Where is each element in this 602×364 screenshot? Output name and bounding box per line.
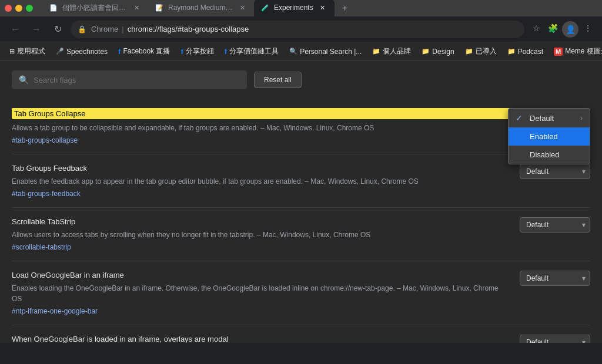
address-bar[interactable]: 🔒 Chrome | chrome://flags/#tab-groups-co… — [71, 21, 524, 38]
profile-button[interactable]: 👤 — [562, 21, 578, 38]
flag-info-ntp-iframe: Load OneGoogleBar in an iframe Enables l… — [12, 271, 508, 315]
flag-info-tab-groups-feedback: Tab Groups Feedback Enables the feedback… — [12, 164, 508, 198]
personal-search-icon: 🔍 — [289, 48, 297, 55]
check-default: ✓ — [516, 113, 525, 123]
bookmark-meme-label: Meme 梗圖倉庫 — [565, 46, 602, 56]
bookmark-apps-label: 應用程式 — [17, 46, 45, 56]
bookmark-facebook[interactable]: f Facebook 直播 — [113, 45, 175, 59]
flag-control-tab-groups-feedback[interactable]: Default Enabled Disabled ▾ — [520, 164, 590, 179]
navbar: ← → ↻ 🔒 Chrome | chrome://flags/#tab-gro… — [0, 16, 602, 42]
flag-ntp-iframe-one-google-bar: Load OneGoogleBar in an iframe Enables l… — [12, 261, 590, 325]
flag-info-scrollable-tabstrip: Scrollable TabStrip Allows users to acce… — [12, 217, 508, 251]
bookmark-share-tool-label: 分享價值鏈工具 — [229, 46, 279, 56]
forward-button[interactable]: → — [28, 21, 45, 38]
bookmark-podcast-label: Podcast — [518, 48, 543, 56]
search-input-wrap[interactable]: 🔍 — [12, 70, 247, 89]
lock-icon: 🔒 — [78, 25, 86, 33]
imported-icon: 📁 — [465, 48, 473, 55]
flag-link-tab-groups-feedback[interactable]: #tab-groups-feedback — [12, 190, 81, 198]
podcast-icon: 📁 — [507, 48, 516, 55]
search-icon: 🔍 — [19, 75, 29, 85]
flag-select-scrollable-tabstrip[interactable]: Default Enabled Disabled — [520, 217, 590, 232]
dropdown-label-default: Default — [530, 114, 554, 123]
bookmark-button[interactable]: ☆ — [529, 21, 543, 35]
reset-all-button[interactable]: Reset all — [254, 72, 302, 88]
tab-3[interactable]: 🧪 Experiments ✕ — [254, 0, 335, 16]
flag-info-ntp-modal: When OneGoogleBar is loaded in an iframe… — [12, 335, 508, 343]
flag-select-ntp-modal[interactable]: Default Enabled Disabled — [520, 335, 590, 343]
tab-3-favicon: 🧪 — [261, 4, 269, 12]
flag-name-ntp-modal: When OneGoogleBar is loaded in an iframe… — [12, 335, 508, 343]
bookmark-brand[interactable]: 📁 個人品牌 — [367, 45, 416, 59]
search-bar-area: 🔍 Reset all — [0, 61, 602, 99]
bookmark-share-btn[interactable]: f 分享按鈕 — [176, 45, 218, 59]
flag-select-ntp-iframe[interactable]: Default Enabled Disabled — [520, 271, 590, 286]
flag-link-tab-groups-collapse[interactable]: #tab-groups-collapse — [12, 136, 78, 144]
bookmark-speechnotes-label: Speechnotes — [66, 48, 108, 56]
flag-name-scrollable-tabstrip: Scrollable TabStrip — [12, 217, 508, 226]
titlebar: 📄 個體小怒讀書會回饋建議 ✕ 📝 Raymond Medium 大圖製作 ke… — [0, 0, 602, 16]
bookmark-design-label: Design — [432, 48, 454, 56]
bookmark-brand-label: 個人品牌 — [383, 46, 411, 56]
dropdown-label-enabled: Enabled — [530, 132, 558, 141]
maximize-button[interactable] — [26, 5, 33, 12]
flag-select-tab-groups-feedback[interactable]: Default Enabled Disabled — [520, 164, 590, 179]
flag-tab-groups-feedback: Tab Groups Feedback Enables the feedback… — [12, 154, 590, 208]
tab-2[interactable]: 📝 Raymond Medium 大圖製作 ke... ✕ — [148, 0, 254, 16]
design-icon: 📁 — [422, 48, 430, 55]
facebook-icon: f — [118, 47, 121, 56]
bookmark-share-tool[interactable]: f 分享價值鏈工具 — [220, 45, 283, 59]
bookmark-speechnotes[interactable]: 🎤 Speechnotes — [51, 45, 112, 59]
flag-link-scrollable-tabstrip[interactable]: #scrollable-tabstrip — [12, 243, 71, 251]
flag-desc-tab-groups-collapse: Allows a tab group to be collapsible and… — [12, 123, 578, 133]
bookmark-meme[interactable]: M Meme 梗圖倉庫 — [549, 45, 602, 59]
new-tab-button[interactable]: + — [337, 0, 353, 16]
bookmark-personal-search-label: Personal Search |... — [300, 48, 362, 56]
flag-control-ntp-modal[interactable]: Default Enabled Disabled ▾ — [520, 335, 590, 343]
nav-actions: ☆ 🧩 👤 ⋮ — [529, 21, 595, 38]
tab-1-close[interactable]: ✕ — [132, 3, 141, 12]
flag-desc-ntp-iframe: Enables loading the OneGoogleBar in an i… — [12, 283, 508, 304]
tab-1[interactable]: 📄 個體小怒讀書會回饋建議 ✕ — [42, 0, 148, 16]
flags-list: Tab Groups Collapse Allows a tab group t… — [0, 99, 602, 343]
tab-2-label: Raymond Medium 大圖製作 ke... — [168, 3, 233, 13]
bookmark-design[interactable]: 📁 Design — [417, 45, 459, 59]
search-input[interactable] — [34, 76, 240, 85]
flag-control-scrollable-tabstrip[interactable]: Default Enabled Disabled ▾ — [520, 217, 590, 232]
address-brand: Chrome — [91, 25, 118, 33]
reload-button[interactable]: ↻ — [49, 21, 66, 38]
extensions-button[interactable]: 🧩 — [546, 21, 560, 35]
tab-1-label: 個體小怒讀書會回饋建議 — [62, 3, 127, 13]
tab-1-favicon: 📄 — [49, 4, 58, 12]
flag-desc-scrollable-tabstrip: Allows users to access tabs by scrolling… — [12, 230, 508, 240]
share-btn-icon: f — [180, 47, 183, 56]
flag-name-tab-groups-feedback: Tab Groups Feedback — [12, 164, 508, 173]
tab-3-close[interactable]: ✕ — [318, 3, 327, 12]
bookmark-apps[interactable]: ⊞ 應用程式 — [5, 45, 50, 59]
back-button[interactable]: ← — [7, 21, 24, 38]
speechnotes-icon: 🎤 — [56, 48, 64, 55]
more-button[interactable]: ⋮ — [581, 21, 595, 35]
dropdown-option-default[interactable]: ✓ Default › — [509, 109, 590, 127]
tab-3-label: Experiments — [274, 4, 313, 12]
flag-control-ntp-iframe[interactable]: Default Enabled Disabled ▾ — [520, 271, 590, 286]
bookmark-podcast[interactable]: 📁 Podcast — [503, 45, 548, 59]
flag-info-tab-groups-collapse: Tab Groups Collapse Allows a tab group t… — [12, 108, 578, 144]
close-button[interactable] — [5, 5, 12, 12]
dropdown-default-arrow: › — [580, 114, 583, 122]
dropdown-label-disabled: Disabled — [530, 150, 560, 159]
flag-link-ntp-iframe[interactable]: #ntp-iframe-one-google-bar — [12, 307, 98, 315]
tab-bar: 📄 個體小怒讀書會回饋建議 ✕ 📝 Raymond Medium 大圖製作 ke… — [42, 0, 353, 16]
tab-2-close[interactable]: ✕ — [238, 3, 247, 12]
bookmark-imported-label: 已導入 — [476, 46, 497, 56]
bookmark-imported[interactable]: 📁 已導入 — [460, 45, 501, 59]
bookmark-personal-search[interactable]: 🔍 Personal Search |... — [285, 45, 366, 59]
meme-icon: M — [554, 48, 563, 56]
dropdown-option-disabled[interactable]: Disabled — [509, 146, 590, 164]
traffic-lights — [5, 5, 33, 12]
bookmark-facebook-label: Facebook 直播 — [123, 46, 170, 56]
address-separator: | — [122, 25, 123, 33]
minimize-button[interactable] — [15, 5, 22, 12]
dropdown-option-enabled[interactable]: Enabled — [509, 127, 590, 146]
flag-name-tab-groups-collapse: Tab Groups Collapse — [12, 108, 578, 119]
